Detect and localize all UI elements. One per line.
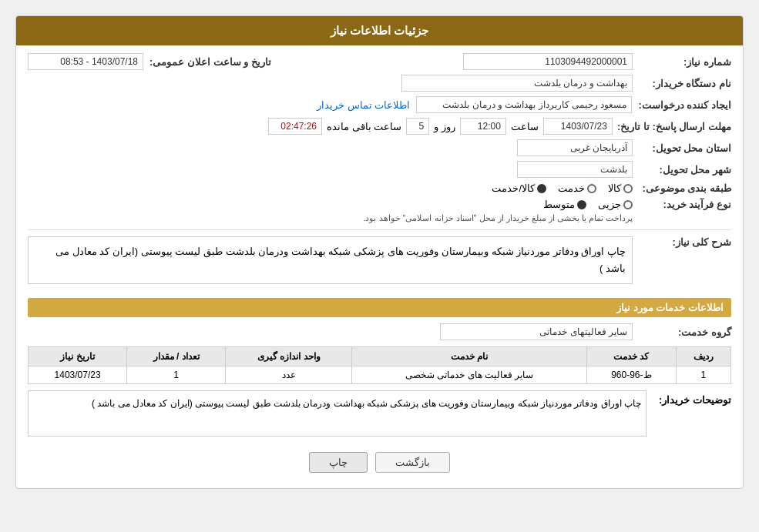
- col-unit: واحد اندازه گیری: [226, 347, 352, 366]
- col-date: تاریخ نیاز: [29, 347, 127, 366]
- deadline-remaining-label: ساعت باقی مانده: [327, 121, 401, 132]
- category-options: کالا خدمت کالا/خدمت: [492, 182, 633, 194]
- buyer-notes-text: چاپ اوراق ودفاتر موردنیاز شبکه وبیمارستا…: [28, 390, 646, 437]
- type-motavasset: متوسط: [543, 199, 586, 210]
- deadline-time-label: ساعت: [511, 121, 539, 132]
- services-section-title: اطلاعات خدمات مورد نیاز: [28, 298, 731, 317]
- deadline-remaining: 02:47:26: [268, 118, 322, 135]
- service-group-value: سایر فعالیتهای خدماتی: [440, 323, 633, 340]
- deadline-label: مهلت ارسال پاسخ: تا تاریخ:: [617, 121, 731, 132]
- page-title: جزئیات اطلاعات نیاز: [16, 16, 743, 45]
- radio-khedmat-icon: [587, 184, 596, 193]
- deadline-date: 1403/07/23: [543, 118, 613, 135]
- service-group-label: گروه خدمت:: [639, 326, 731, 338]
- col-qty: تعداد / مقدار: [127, 347, 226, 366]
- description-label: شرح کلی نیاز:: [639, 236, 731, 248]
- need-number-label: شماره نیاز:: [639, 56, 731, 68]
- category-label: طبقه بندی موضوعی:: [639, 182, 731, 194]
- creator-value: مسعود رحیمی کاربرداز بهداشت و درمان بلدش…: [416, 96, 632, 113]
- col-name: نام خدمت: [352, 347, 587, 366]
- category-khedmat: خدمت: [558, 182, 596, 194]
- buyer-notes-label: توضیحات خریدار:: [654, 390, 731, 406]
- radio-motavasset-icon: [577, 200, 586, 209]
- services-table: ردیف کد خدمت نام خدمت واحد اندازه گیری ت…: [28, 346, 731, 384]
- category-kala-khedmat: کالا/خدمت: [492, 182, 546, 194]
- datetime-label: تاریخ و ساعت اعلان عمومی:: [149, 56, 271, 68]
- table-row: 1ط-96-960سایر فعالیت های خدماتی شخصیعدد1…: [29, 366, 731, 384]
- radio-kala-icon: [623, 184, 633, 193]
- description-text: چاپ اوراق ودفاتر موردنیاز شبکه وبیمارستا…: [28, 236, 633, 284]
- action-buttons: بازگشت چاپ: [28, 444, 731, 480]
- deadline-days: 5: [406, 118, 429, 135]
- category-kala: کالا: [608, 182, 633, 194]
- print-button[interactable]: چاپ: [309, 452, 368, 473]
- org-value: بهداشت و درمان بلدشت: [401, 75, 633, 92]
- deadline-days-label: روز و: [434, 121, 455, 132]
- col-code: کد خدمت: [587, 347, 676, 366]
- datetime-value: 1403/07/18 - 08:53: [28, 53, 143, 70]
- buyer-notes-section: توضیحات خریدار: چاپ اوراق ودفاتر موردنیا…: [28, 390, 731, 437]
- province-label: استان محل تحویل:: [639, 142, 731, 154]
- type-jozi: جزیی: [598, 199, 633, 210]
- col-row: ردیف: [676, 347, 730, 366]
- deadline-time: 12:00: [460, 118, 506, 135]
- need-number-value: 1103094492000001: [463, 53, 633, 70]
- creator-label: ایجاد کننده درخواست:: [638, 99, 731, 111]
- city-value: بلدشت: [517, 161, 633, 178]
- radio-jozi-icon: [623, 200, 633, 209]
- province-value: آذربایجان غربی: [517, 139, 633, 156]
- back-button[interactable]: بازگشت: [375, 452, 450, 473]
- city-label: شهر محل تحویل:: [639, 164, 731, 176]
- contact-link[interactable]: اطلاعات تماس خریدار: [317, 99, 410, 111]
- radio-kala-khedmat-icon: [537, 184, 546, 193]
- org-label: نام دستگاه خریدار:: [639, 78, 731, 89]
- purchase-type-options: جزیی متوسط: [363, 199, 633, 210]
- purchase-type-note: پرداخت تمام یا بخشی از مبلغ خریدار از مح…: [363, 213, 633, 223]
- purchase-type-label: نوع فرآیند خرید:: [639, 199, 731, 210]
